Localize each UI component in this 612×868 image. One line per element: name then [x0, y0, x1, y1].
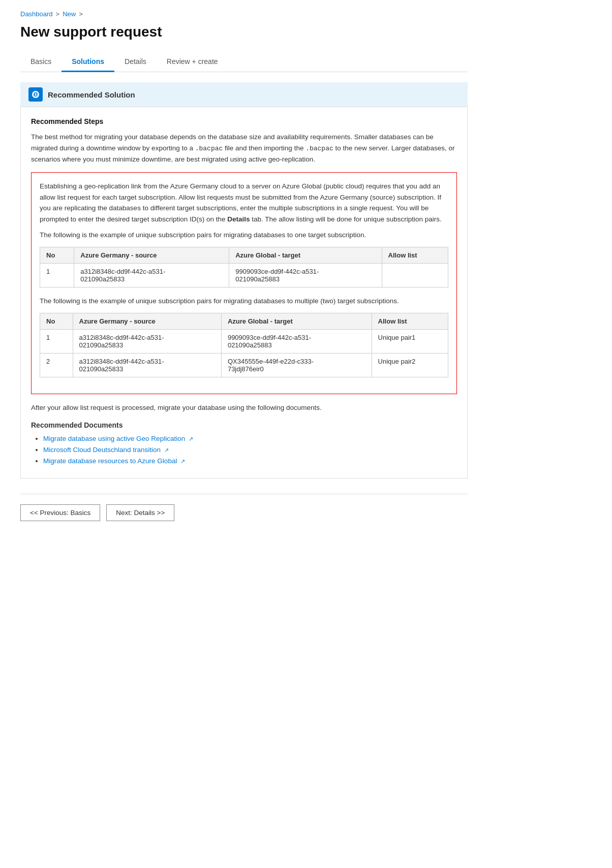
tab-solutions[interactable]: Solutions [62, 52, 114, 72]
table1-row1-no: 1 [40, 263, 74, 287]
content-card: Recommended Steps The best method for mi… [20, 107, 468, 478]
table2-row2-no: 2 [40, 353, 73, 377]
highlight-para1: Establishing a geo-replication link from… [40, 181, 448, 224]
rec-docs-title: Recommended Documents [31, 421, 457, 429]
breadcrumb: Dashboard > New > [20, 10, 468, 18]
table1-header-source: Azure Germany - source [74, 247, 229, 263]
solution-header: Recommended Solution [20, 82, 468, 107]
list-item: Microsoft Cloud Deutschland transition ↗ [43, 445, 457, 454]
table1-row1-allow [382, 263, 448, 287]
doc-link-2[interactable]: Microsoft Cloud Deutschland transition ↗ [43, 446, 169, 454]
doc-link-1-label: Migrate database using active Geo Replic… [43, 435, 185, 442]
table2-header-target: Azure Global - target [221, 313, 372, 329]
prev-button[interactable]: << Previous: Basics [20, 504, 100, 521]
after-box-paragraph: After your allow list request is process… [31, 402, 457, 413]
table2-header-allow: Allow list [372, 313, 448, 329]
table2-header-no: No [40, 313, 73, 329]
external-link-icon-2: ↗ [164, 447, 169, 454]
table2-header-source: Azure Germany - source [73, 313, 221, 329]
table2-row1-target: 9909093ce-dd9f-442c-a531-021090a25883 [221, 329, 372, 353]
table1-row1-target: 9909093ce-dd9f-442c-a531-021090a25883 [229, 263, 382, 287]
doc-list: Migrate database using active Geo Replic… [31, 434, 457, 465]
external-link-icon-1: ↗ [189, 436, 193, 442]
table-row: 1 a312i8348c-dd9f-442c-a531-021090a25833… [40, 329, 448, 353]
list-item: Migrate database resources to Azure Glob… [43, 457, 457, 465]
list-item: Migrate database using active Geo Replic… [43, 434, 457, 442]
table2-intro-text: The following is the example of unique s… [40, 296, 448, 307]
table1: No Azure Germany - source Azure Global -… [40, 247, 448, 287]
external-link-icon-3: ↗ [180, 458, 185, 465]
table2-row2-source: a312i8348c-dd9f-442c-a531-021090a25833 [73, 353, 221, 377]
table2: No Azure Germany - source Azure Global -… [40, 313, 448, 377]
doc-link-2-label: Microsoft Cloud Deutschland transition [43, 446, 161, 454]
next-button[interactable]: Next: Details >> [106, 504, 174, 521]
table2-row2-allow: Unique pair2 [372, 353, 448, 377]
table2-row1-allow: Unique pair1 [372, 329, 448, 353]
solution-icon [28, 87, 43, 102]
page-title: New support request [20, 24, 468, 40]
table-row: 1 a312i8348c-dd9f-442c-a531-021090a25833… [40, 263, 448, 287]
breadcrumb-new[interactable]: New [63, 10, 76, 18]
recommended-steps-title: Recommended Steps [31, 117, 457, 125]
doc-link-1[interactable]: Migrate database using active Geo Replic… [43, 435, 193, 442]
tab-basics[interactable]: Basics [20, 52, 62, 72]
table1-header-target: Azure Global - target [229, 247, 382, 263]
table-row: 2 a312i8348c-dd9f-442c-a531-021090a25833… [40, 353, 448, 377]
doc-link-3-label: Migrate database resources to Azure Glob… [43, 457, 177, 465]
breadcrumb-dashboard[interactable]: Dashboard [20, 10, 53, 18]
table2-row1-no: 1 [40, 329, 73, 353]
table2-row2-target: QX345555e-449f-e22d-c333-73jdj876eir0 [221, 353, 372, 377]
table1-row1-source: a312i8348c-dd9f-442c-a531-021090a25833 [74, 263, 229, 287]
tab-bar: Basics Solutions Details Review + create [20, 52, 468, 72]
highlight-box: Establishing a geo-replication link from… [31, 172, 457, 394]
table1-header-allow: Allow list [382, 247, 448, 263]
intro-paragraph: The best method for migrating your datab… [31, 132, 457, 165]
solution-header-label: Recommended Solution [48, 90, 135, 99]
table2-row1-source: a312i8348c-dd9f-442c-a531-021090a25833 [73, 329, 221, 353]
tab-details[interactable]: Details [114, 52, 157, 72]
table1-header-no: No [40, 247, 74, 263]
footer-buttons: << Previous: Basics Next: Details >> [20, 494, 468, 521]
tab-review-create[interactable]: Review + create [157, 52, 228, 72]
table1-intro-text: The following is the example of unique s… [40, 230, 448, 241]
doc-link-3[interactable]: Migrate database resources to Azure Glob… [43, 457, 185, 465]
